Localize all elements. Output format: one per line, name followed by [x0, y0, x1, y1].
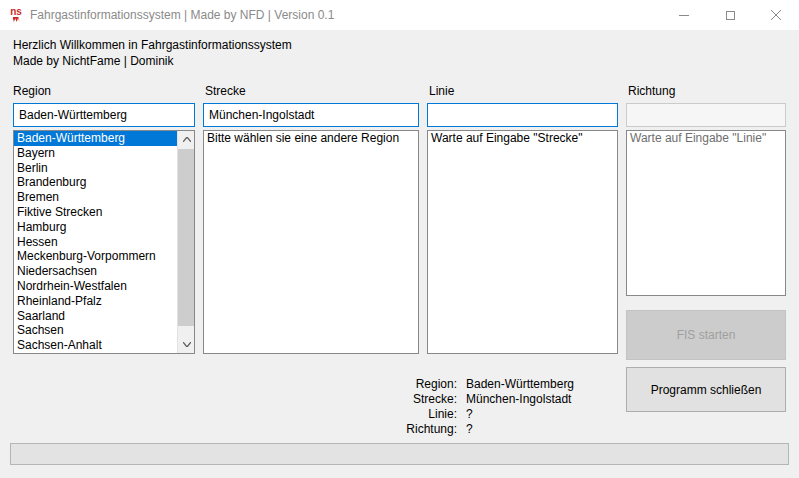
maximize-button[interactable] — [707, 0, 753, 30]
status-row: Region:Baden-Württemberg — [355, 377, 574, 392]
scroll-down-icon[interactable] — [178, 336, 195, 353]
close-button[interactable] — [753, 0, 799, 30]
welcome-line-1: Herzlich Willkommen in Fahrgastinformati… — [13, 37, 292, 53]
status-row-value: ? — [466, 407, 473, 422]
minimize-icon — [679, 15, 689, 16]
fis-start-button: FIS starten — [626, 310, 786, 360]
list-item[interactable]: Brandenburg — [14, 175, 177, 190]
list-item[interactable]: Saarland — [14, 309, 177, 324]
status-row-label: Strecke: — [355, 392, 457, 407]
linie-listbox[interactable]: Warte auf Eingabe "Strecke" — [427, 130, 618, 354]
richtung-input-disabled — [626, 103, 786, 127]
status-row: Richtung:? — [355, 422, 574, 437]
list-item[interactable]: Niedersachsen — [14, 264, 177, 279]
window-title: Fahrgastinformationssystem | Made by NFD… — [30, 8, 334, 22]
richtung-listbox: Warte auf Eingabe "Linie" — [626, 130, 786, 296]
list-item[interactable]: Bayern — [14, 146, 177, 161]
app-window: { "window": { "title": "Fahrgastinformat… — [0, 0, 799, 478]
progress-bar — [10, 443, 789, 465]
list-item[interactable]: Nordrhein-Westfalen — [14, 279, 177, 294]
minimize-button[interactable] — [661, 0, 707, 30]
strecke-listbox[interactable]: Bitte wählen sie eine andere Region — [203, 130, 419, 354]
region-input[interactable] — [13, 103, 195, 127]
list-item[interactable]: Sachsen — [14, 323, 177, 338]
list-item[interactable]: Meckenburg-Vorpommern — [14, 249, 177, 264]
linie-input[interactable] — [427, 103, 618, 127]
status-row-value: München-Ingolstadt — [466, 392, 571, 407]
status-row-value: ? — [466, 422, 473, 437]
close-program-button[interactable]: Programm schließen — [626, 367, 786, 412]
status-row: Strecke:München-Ingolstadt — [355, 392, 574, 407]
welcome-text: Herzlich Willkommen in Fahrgastinformati… — [13, 37, 292, 69]
region-listbox[interactable]: Baden-WürttembergBayernBerlinBrandenburg… — [13, 130, 195, 354]
status-row-label: Richtung: — [355, 422, 457, 437]
status-row-label: Region: — [355, 377, 457, 392]
region-label: Region — [13, 84, 51, 98]
scrollbar-thumb[interactable] — [178, 149, 195, 326]
caption-buttons — [661, 0, 799, 30]
scroll-up-icon[interactable] — [178, 131, 195, 148]
app-icon-text: ns — [10, 8, 22, 16]
status-row-label: Linie: — [355, 407, 457, 422]
list-item[interactable]: Sachsen-Anhalt — [14, 338, 177, 353]
list-item[interactable]: Fiktive Strecken — [14, 205, 177, 220]
list-item[interactable]: Berlin — [14, 161, 177, 176]
app-icon-mark — [13, 17, 20, 22]
titlebar[interactable]: ns Fahrgastinformationssystem | Made by … — [0, 0, 799, 30]
strecke-label: Strecke — [205, 84, 246, 98]
region-scrollbar[interactable] — [177, 131, 194, 353]
app-icon: ns — [8, 7, 24, 23]
list-item[interactable]: Bremen — [14, 190, 177, 205]
list-item: Warte auf Eingabe "Linie" — [627, 131, 785, 146]
welcome-line-2: Made by NichtFame | Dominik — [13, 53, 292, 69]
linie-label: Linie — [429, 84, 454, 98]
list-item[interactable]: Hamburg — [14, 220, 177, 235]
list-item[interactable]: Hessen — [14, 235, 177, 250]
list-item[interactable]: Rheinland-Pfalz — [14, 294, 177, 309]
status-row: Linie:? — [355, 407, 574, 422]
strecke-input[interactable] — [203, 103, 419, 127]
richtung-label: Richtung — [628, 84, 675, 98]
close-icon — [771, 10, 781, 20]
list-item[interactable]: Bitte wählen sie eine andere Region — [204, 131, 418, 146]
maximize-icon — [726, 11, 735, 20]
status-summary: Region:Baden-WürttembergStrecke:München-… — [355, 377, 574, 437]
list-item[interactable]: Baden-Württemberg — [14, 131, 177, 146]
list-item[interactable]: Warte auf Eingabe "Strecke" — [428, 131, 617, 146]
status-row-value: Baden-Württemberg — [466, 377, 574, 392]
